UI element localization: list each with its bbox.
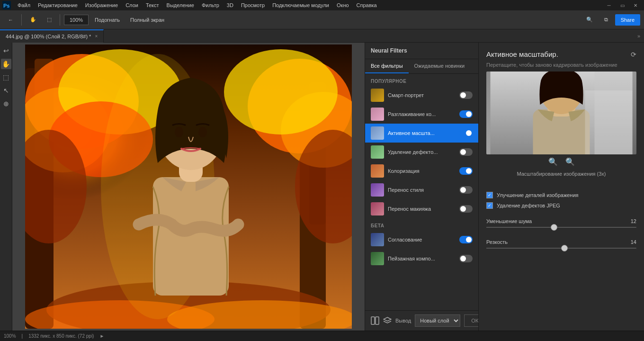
sharpness-slider-thumb[interactable] xyxy=(561,245,568,251)
minimize-button[interactable]: ─ xyxy=(602,0,616,10)
neural-tabs: Все фильтры Ожидаемые новинки xyxy=(365,59,478,74)
right-panel-header: Активное масштабир. ⟳ xyxy=(479,43,644,62)
restore-icon[interactable]: ⟳ xyxy=(631,51,636,58)
menu-view[interactable]: Просмотр xyxy=(238,1,268,9)
tab-coming-soon[interactable]: Ожидаемые новинки xyxy=(409,59,471,73)
tab-bar: 444.jpg @ 100% (Слой 2, RGB/8#) * × » xyxy=(0,29,644,43)
toolbar-separator-2 xyxy=(60,14,60,26)
menu-3d[interactable]: 3D xyxy=(224,1,237,9)
zoom-out-icon[interactable]: 🔍 xyxy=(565,157,575,166)
layers-icon[interactable] xyxy=(383,315,392,326)
toggle-makeup-transfer[interactable] xyxy=(459,205,473,213)
zoom-tool-icon: ⊕ xyxy=(3,100,9,108)
sharpness-slider-fill xyxy=(486,248,564,249)
sharpness-label-row: Резкость 14 xyxy=(486,239,636,245)
menu-plugins[interactable]: Подключаемые модули xyxy=(269,1,332,9)
zoom-in-icon[interactable]: 🔍 xyxy=(548,157,558,166)
toggle-super-resolution[interactable] xyxy=(459,129,473,137)
filter-item-colorization[interactable]: Колоризация xyxy=(365,162,478,180)
svg-rect-33 xyxy=(585,90,633,154)
checkbox-label-enhance-details: Улучшение деталей изображения xyxy=(497,192,579,198)
filter-item-landscape[interactable]: Пейзажная компо... xyxy=(365,249,478,268)
split-view-icon[interactable] xyxy=(371,315,379,326)
noise-slider-section: Уменьшение шума 12 xyxy=(479,215,644,235)
toggle-style-transfer[interactable] xyxy=(459,186,473,194)
window-controls: ─ ▭ ✕ xyxy=(602,0,642,10)
status-dimensions: 1332 пикс. x 850 пикс. (72 ppi) xyxy=(28,333,94,339)
zoom-input[interactable] xyxy=(64,15,89,25)
checkboxes-section: Улучшение деталей изображения Удаление д… xyxy=(479,186,644,215)
sharpness-slider-section: Резкость 14 xyxy=(479,235,644,256)
toggle-colorization[interactable] xyxy=(459,167,473,175)
cursor-tool[interactable]: ↖ xyxy=(1,85,11,96)
menu-select[interactable]: Выделение xyxy=(163,1,197,9)
filter-name-landscape: Пейзажная компо... xyxy=(388,256,456,261)
filter-item-harmonization[interactable]: Согласование xyxy=(365,230,478,249)
status-separator: | xyxy=(22,333,23,339)
maximize-button[interactable]: ▭ xyxy=(616,0,629,10)
toggle-landscape[interactable] xyxy=(459,255,473,262)
menu-text[interactable]: Текст xyxy=(143,1,162,9)
filter-item-style-transfer[interactable]: Перенос стиля xyxy=(365,180,478,199)
filter-item-makeup-transfer[interactable]: Перенос макияжа xyxy=(365,199,478,218)
neural-filter-list: ПОПУЛЯРНОЕ Смарт-портрет Разглаживание к… xyxy=(365,74,478,310)
sharpness-slider-track[interactable] xyxy=(486,248,636,249)
checkbox-remove-jpeg[interactable] xyxy=(486,202,493,209)
preview-hint: Перетащите, чтобы заново кадрировать изо… xyxy=(486,62,636,68)
filter-item-remove-defects[interactable]: Удаление дефекто... xyxy=(365,143,478,162)
toggle-smoothing[interactable] xyxy=(459,110,473,118)
zoom-tool[interactable]: ⊕ xyxy=(1,99,11,109)
checkbox-enhance-details[interactable] xyxy=(486,192,493,198)
tab-all-filters[interactable]: Все фильтры xyxy=(365,59,409,73)
menu-help[interactable]: Справка xyxy=(353,1,380,9)
beta-section-label: БЕТА xyxy=(365,218,478,230)
status-zoom: 100% xyxy=(4,333,16,339)
filter-item-smart-portrait[interactable]: Смарт-портрет xyxy=(365,86,478,105)
filter-name-style-transfer: Перенос стиля xyxy=(388,187,456,193)
canvas-image xyxy=(25,45,352,329)
transform-button[interactable]: ⬚ xyxy=(43,13,56,27)
menu-image[interactable]: Изображение xyxy=(82,1,121,9)
svg-point-25 xyxy=(198,127,207,137)
fit-button[interactable]: Подогнать xyxy=(90,13,124,27)
marquee-icon: ⬚ xyxy=(3,73,9,81)
filter-name-smart-portrait: Смарт-портрет xyxy=(388,92,456,98)
hand-tool[interactable]: ✋ xyxy=(1,59,11,69)
toggle-remove-defects[interactable] xyxy=(459,148,473,156)
filter-item-smoothing[interactable]: Разглаживание ко... xyxy=(365,105,478,124)
back-button[interactable]: ← xyxy=(4,13,18,27)
noise-slider-track[interactable] xyxy=(486,227,636,228)
menu-file[interactable]: Файл xyxy=(14,1,34,9)
menu-edit[interactable]: Редактирование xyxy=(35,1,81,9)
right-panel-title: Активное масштабир. xyxy=(486,50,558,58)
preview-area: Перетащите, чтобы заново кадрировать изо… xyxy=(479,62,644,186)
fullscreen-button[interactable]: Полный экран xyxy=(126,13,169,27)
noise-label-row: Уменьшение шума 12 xyxy=(486,218,636,224)
output-select[interactable]: Новый слой xyxy=(415,314,460,327)
menu-window[interactable]: Окно xyxy=(333,1,352,9)
menu-filter[interactable]: Фильтр xyxy=(198,1,223,9)
status-arrow[interactable]: ► xyxy=(99,333,104,339)
share-button[interactable]: Share xyxy=(615,14,640,26)
menu-layers[interactable]: Слои xyxy=(122,1,142,9)
tab-close-button[interactable]: × xyxy=(95,34,98,39)
right-properties-panel: Активное масштабир. ⟳ Перетащите, чтобы … xyxy=(478,43,644,331)
filter-thumb-super-resolution xyxy=(371,126,384,140)
filter-thumb-harmonization xyxy=(371,233,384,246)
layout-icon: ⧉ xyxy=(604,17,608,23)
filter-item-super-resolution[interactable]: Активное масшта... xyxy=(365,124,478,143)
noise-slider-thumb[interactable] xyxy=(551,224,557,231)
hand-tool-button[interactable]: ✋ xyxy=(26,13,41,27)
neural-panel-header: Neural Filters xyxy=(365,43,478,59)
toggle-harmonization[interactable] xyxy=(459,236,473,243)
preview-image[interactable] xyxy=(486,72,636,154)
layout-button[interactable]: ⧉ xyxy=(600,13,612,27)
move-tool[interactable]: ↩ xyxy=(1,45,11,56)
close-button[interactable]: ✕ xyxy=(629,0,642,10)
toggle-smart-portrait[interactable] xyxy=(459,91,473,99)
search-button[interactable]: 🔍 xyxy=(582,13,597,27)
svg-point-14 xyxy=(224,49,338,135)
document-tab[interactable]: 444.jpg @ 100% (Слой 2, RGB/8#) * × xyxy=(0,29,104,43)
expand-tabs-button[interactable]: » xyxy=(634,33,644,39)
marquee-tool[interactable]: ⬚ xyxy=(1,72,11,82)
